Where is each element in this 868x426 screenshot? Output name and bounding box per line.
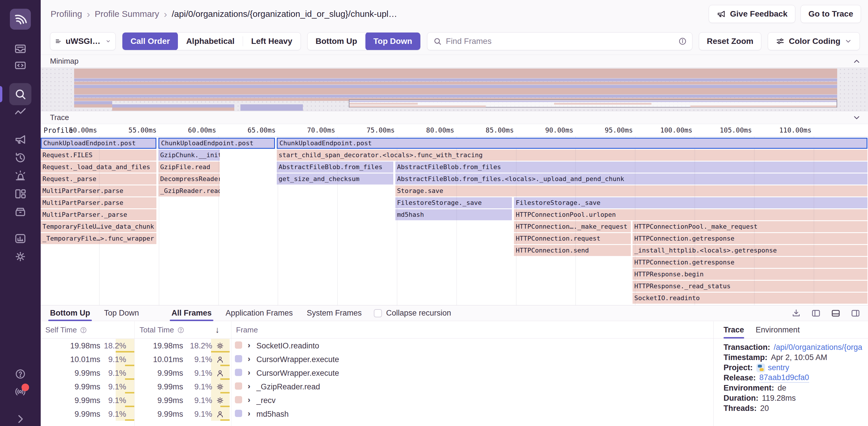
layout-right-panel-icon[interactable] — [850, 308, 861, 318]
flame-frame[interactable]: md5hash — [395, 209, 512, 220]
tab-bottom-up[interactable]: Bottom Up — [48, 305, 92, 321]
flame-frame[interactable]: MultiPartParser.parse — [41, 197, 156, 208]
flame-frame[interactable]: GzipFile.read — [158, 162, 220, 173]
sidebar-expand-chevron-icon[interactable] — [9, 408, 31, 426]
flame-frame[interactable]: _TemporaryFile…>.func_wrapper — [41, 233, 156, 244]
sidebar — [0, 0, 41, 426]
flame-frame[interactable]: _GzipReader.read — [158, 186, 220, 196]
flame-frame[interactable]: HTTPResponse._read_status — [632, 281, 867, 292]
color-coding-dropdown[interactable]: Color Coding — [768, 32, 860, 50]
flame-frame[interactable]: Request._parse — [41, 173, 156, 185]
flame-frame[interactable]: Request.FILES — [41, 150, 156, 161]
sort-call-order-button[interactable]: Call Order — [122, 32, 178, 50]
sort-segmented-control: Call Order Alphabetical Left Heavy — [122, 32, 301, 50]
flame-frame[interactable]: ChunkUploadEndpoint.post — [158, 138, 275, 149]
flame-frame[interactable]: HTTPConnection.send — [514, 245, 631, 256]
sort-left-heavy-button[interactable]: Left Heavy — [243, 32, 301, 50]
search-input[interactable] — [446, 37, 674, 46]
give-feedback-button[interactable]: Give Feedback — [709, 5, 795, 23]
flame-frame[interactable]: GzipChunk.__init__ — [158, 150, 220, 161]
sliders-icon — [776, 37, 785, 46]
flame-frame[interactable]: HTTPResponse.begin — [632, 269, 867, 280]
flame-frame[interactable]: start_child_span_decorator.<locals>.func… — [277, 150, 867, 161]
breadcrumb-profile-summary[interactable]: Profile Summary — [95, 9, 159, 19]
flame-frame[interactable]: AbstractFileBlob.from_files — [277, 162, 393, 173]
flame-frame[interactable]: get_size_and_checksum — [277, 173, 393, 185]
table-row[interactable]: 9.99ms9.1%9.99ms9.1%›CursorWrapper.execu… — [41, 366, 713, 380]
flame-frame[interactable]: HTTPConnection.getresponse — [632, 233, 867, 244]
table-row[interactable]: 19.98ms18.2%19.98ms18.2%›SocketIO.readin… — [41, 339, 713, 353]
flame-frame[interactable]: AbstractFileBlob.from_files.<locals>._up… — [395, 173, 867, 185]
tab-trace-details[interactable]: Trace — [723, 321, 744, 338]
sidebar-item-releases[interactable] — [9, 201, 31, 223]
layout-bottom-panel-icon[interactable] — [831, 308, 841, 318]
minimap-chart[interactable] — [41, 67, 868, 111]
thread-selector[interactable]: uWSGIWor… — [50, 32, 116, 50]
detail-value[interactable]: 87aab1d9cfa0 — [759, 373, 809, 383]
detail-value[interactable]: sentry — [756, 363, 789, 372]
flamegraph-canvas[interactable]: ChunkUploadEndpoint.postChunkUploadEndpo… — [41, 137, 868, 305]
tab-system-frames[interactable]: System Frames — [305, 305, 363, 321]
frame-color-swatch — [235, 410, 242, 417]
sort-alphabetical-button[interactable]: Alphabetical — [178, 32, 242, 50]
table-row[interactable]: 9.99ms9.1%9.99ms9.1%›md5hash — [41, 407, 713, 421]
profile-label: Profile — [43, 126, 73, 135]
sidebar-item-settings[interactable] — [9, 245, 31, 268]
flame-frame[interactable]: FilestoreStorage._save — [395, 197, 512, 208]
breadcrumb-profiling[interactable]: Profiling — [51, 9, 82, 19]
flame-frame[interactable]: SocketIO.readinto — [632, 293, 867, 304]
layout-left-panel-icon[interactable] — [811, 308, 821, 318]
flame-frame[interactable]: AbstractFileBlob.from_files — [395, 162, 867, 173]
column-header-frame[interactable]: Frame — [236, 321, 258, 338]
download-icon[interactable] — [791, 308, 801, 318]
flame-frame[interactable]: Storage.save — [395, 186, 867, 196]
flame-frame[interactable]: ChunkUploadEndpoint.post — [277, 138, 867, 149]
sidebar-item-insights[interactable] — [9, 102, 31, 124]
info-icon[interactable] — [678, 37, 687, 45]
flame-frame[interactable]: FilestoreStorage._save — [514, 197, 867, 208]
expand-row-chevron-icon[interactable]: › — [248, 368, 250, 377]
minimap-viewport[interactable] — [349, 99, 837, 107]
whats-new-broadcast-icon[interactable] — [9, 381, 31, 403]
collapse-recursion-label: Collapse recursion — [386, 308, 451, 318]
expand-row-chevron-icon[interactable]: › — [248, 409, 250, 418]
tab-top-down[interactable]: Top Down — [102, 305, 141, 321]
flame-frame[interactable]: DecompressReader.readall — [158, 173, 220, 185]
flame-frame[interactable]: HTTPConnectionPool.urlopen — [514, 209, 867, 220]
expand-row-chevron-icon[interactable]: › — [248, 340, 250, 350]
flame-frame[interactable]: _install_httplib.<locals>.getresponse — [632, 245, 867, 256]
sidebar-item-projects[interactable] — [9, 54, 31, 76]
collapse-recursion-toggle[interactable]: Collapse recursion — [374, 308, 451, 318]
tab-application-frames[interactable]: Application Frames — [224, 305, 294, 321]
collapse-recursion-checkbox[interactable] — [374, 309, 382, 317]
flame-frame[interactable]: MultiPartParser.parse — [41, 186, 156, 196]
table-row[interactable]: 10.01ms9.1%10.01ms9.1%›CursorWrapper.exe… — [41, 353, 713, 366]
expand-row-chevron-icon[interactable]: › — [248, 395, 250, 404]
reset-zoom-button[interactable]: Reset Zoom — [699, 32, 761, 50]
sentry-logo[interactable] — [10, 9, 31, 30]
flame-frame[interactable]: HTTPConnectionPool._make_request — [632, 221, 867, 232]
column-header-total-time[interactable]: Total Time — [140, 321, 185, 338]
expand-row-chevron-icon[interactable]: › — [248, 354, 250, 363]
flame-frame[interactable]: HTTPConnection…._make_request — [514, 221, 631, 232]
python-project-icon — [756, 363, 765, 372]
flame-frame[interactable]: MultiPartParser._parse — [41, 209, 156, 220]
collapse-minimap-chevron-up-icon[interactable] — [852, 57, 861, 66]
flame-frame[interactable]: TemporaryFileU…ive_data_chunk — [41, 221, 156, 232]
table-row[interactable]: 9.99ms9.1%9.99ms9.1%›_GzipReader.read — [41, 380, 713, 393]
direction-top-down-button[interactable]: Top Down — [365, 32, 420, 50]
collapse-trace-chevron-down-icon[interactable] — [852, 113, 861, 122]
detail-value[interactable]: /api/0/organizations/{organ… — [774, 343, 862, 352]
expand-row-chevron-icon[interactable]: › — [248, 382, 250, 391]
table-row[interactable]: 9.99ms9.1%9.99ms9.1%›_recv — [41, 393, 713, 407]
go-to-trace-button[interactable]: Go to Trace — [801, 5, 861, 23]
direction-bottom-up-button[interactable]: Bottom Up — [308, 32, 365, 50]
tab-all-frames[interactable]: All Frames — [170, 305, 213, 321]
flame-frame[interactable]: HTTPConnection.getresponse — [632, 257, 867, 268]
flame-frame[interactable]: HTTPConnection.request — [514, 233, 631, 244]
tab-environment-details[interactable]: Environment — [756, 321, 800, 338]
sort-descending-icon[interactable]: ↓ — [215, 325, 219, 335]
column-header-self-time[interactable]: Self Time — [45, 321, 87, 338]
flame-frame[interactable]: Request._load_data_and_files — [41, 162, 156, 173]
flame-frame[interactable]: ChunkUploadEndpoint.post — [41, 138, 156, 149]
